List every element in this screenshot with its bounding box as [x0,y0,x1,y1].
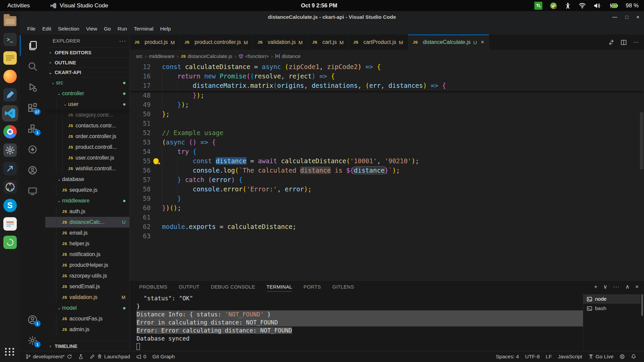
tree-file-order-controller-js[interactable]: JSorder.controller.js [45,131,129,142]
more-dots-icon[interactable]: ··· [613,284,620,290]
tree-file-user-controller-js[interactable]: JSuser.controller.js [45,153,129,163]
menu-file[interactable]: File [24,24,39,33]
terminal-output[interactable]: "status": "OK"}Distance Info: { status: … [130,293,583,351]
tree-file-contactus-contr-[interactable]: JScontactus.contr... [45,120,129,131]
terminal-session-node[interactable]: node [583,294,641,304]
statusbar-smiley[interactable] [616,354,628,359]
menu-run[interactable]: Run [114,24,130,33]
split-editor-icon[interactable] [621,39,627,46]
panel-scrollbar[interactable] [641,293,644,351]
dock-item-firefox[interactable] [2,69,18,84]
code-editor[interactable]: 12const calculateDistance = async (zipCo… [130,62,644,280]
breadcrumb-distancecalculate-js[interactable]: JSdistanceCalculate.js [181,53,232,59]
panel-tab-gitlens[interactable]: GITLENS [332,281,354,293]
dock-item-software-store[interactable] [2,235,18,250]
tree-file-notification-js[interactable]: JSnotification.js [45,249,129,260]
close-button[interactable]: × [636,14,639,20]
more-icon[interactable]: ··· [633,39,639,46]
tree-file-sendemail-js[interactable]: JSsendEmail.js [45,281,129,292]
tree-file-email-js[interactable]: JSemail.js [45,228,129,238]
tree-file-category-contr-[interactable]: JScategory.contr... [45,110,129,120]
statusbar-spaces-4[interactable]: Spaces: 4 [493,354,522,360]
activitybar-files[interactable] [20,35,45,56]
statusbar-bell[interactable] [628,354,639,359]
maximize-button[interactable]: □ [625,14,628,20]
statusbar-javascript[interactable]: JavaScript [555,354,585,360]
tree-folder-middleware[interactable]: ⌄middleware [45,195,129,206]
breadcrumb-middleware[interactable]: middleware [149,53,175,59]
tree-file-distancecalc-[interactable]: JSdistanceCalc...U [45,217,129,228]
activitybar-account[interactable]: 1 [20,309,45,330]
tab-product-controller-js[interactable]: JSproduct.controller.jsM [180,35,253,50]
editor-scrollbar[interactable] [639,62,644,280]
tree-file-wishlist-controll-[interactable]: JSwishlist.controll... [45,163,129,174]
tab-cart-js[interactable]: JScart.jsM [308,35,348,50]
lightbulb-icon[interactable] [153,158,159,164]
diff-icon[interactable] [608,39,614,46]
dock-item-chrome[interactable] [2,124,18,139]
panel-tab-output[interactable]: OUTPUT [179,281,200,293]
focused-app-indicator[interactable]: Visual Studio Code [50,2,108,9]
activitybar-boxes[interactable]: 1 [20,118,45,139]
tree-folder-controller[interactable]: ⌄controller [45,88,129,99]
dock-item-mail-compose[interactable] [2,87,18,103]
dock-item-file-manager[interactable] [2,13,18,29]
dock-item-skype[interactable]: S [2,198,18,213]
tree-folder-model[interactable]: ⌄model [45,303,129,313]
breadcrumb--function-[interactable]: <function> [238,53,269,59]
clock[interactable]: Oct 9 2:56 PM [301,0,337,11]
menu-view[interactable]: View [83,24,100,33]
tree-file-validation-js[interactable]: JSvalidation.jsM [45,292,129,303]
section-outline[interactable]: › OUTLINE [45,57,129,67]
menu-edit[interactable]: Edit [39,24,55,33]
window-title-bar[interactable]: distanceCalculate.js - ckart-api - Visua… [20,11,644,23]
dock-item-share-arrow[interactable] [2,161,18,176]
statusbar-0[interactable]: 0 [133,351,150,362]
section-open-editors[interactable]: › OPEN EDITORS [45,47,129,57]
tab-product-js[interactable]: JSproduct.jsM [130,35,180,50]
terminal-session-bash[interactable]: bash [583,304,641,313]
menu-help[interactable]: Help [157,24,174,33]
panel-tab-terminal[interactable]: TERMINAL [267,281,292,293]
dock-item-terminal-app[interactable]: >_ [2,32,18,47]
tree-folder-database[interactable]: ⌄database [45,174,129,185]
tree-file-helper-js[interactable]: JShelper.js [45,238,129,249]
statusbar-development-[interactable]: development* [22,351,75,362]
tab-cartProduct-js[interactable]: JScartProduct.jsM [348,35,408,50]
activitybar-run-debug[interactable] [20,77,45,98]
menu-selection[interactable]: Selection [55,24,83,33]
statusbar-utf-8[interactable]: UTF-8 [522,354,543,360]
panel-tab-ports[interactable]: PORTS [304,281,321,293]
close-icon[interactable]: × [635,284,639,290]
activitybar-settings-gear[interactable]: 1 [20,330,45,351]
dock-item-notes-app[interactable] [2,50,18,66]
statusbar-git-graph[interactable]: Git Graph [149,351,178,362]
dock-item-settings-app[interactable] [2,142,18,158]
statusbar-lf[interactable]: LF [543,354,555,360]
tab-validation-js[interactable]: JSvalidation.jsM [253,35,308,50]
activitybar-target[interactable] [20,139,45,160]
tab-distanceCalculate-js[interactable]: JSdistanceCalculate.jsU× [408,35,489,50]
statusbar-beaker[interactable] [75,351,87,362]
tree-file-producthelper-js[interactable]: JSproductHelper.js [45,260,129,270]
tree-file-razorpay-utils-js[interactable]: JSrazorpay-utils.js [45,270,129,281]
chevron-up-icon[interactable]: ∧ [626,283,630,290]
section-project-root[interactable]: ⌄ CKART-API [45,67,129,77]
menu-go[interactable]: Go [101,24,114,33]
activities-button[interactable]: Activities [0,0,37,11]
panel-tab-debug-console[interactable]: DEBUG CONSOLE [211,281,255,293]
menu-terminal[interactable]: Terminal [130,24,157,33]
plus-icon[interactable]: + [594,284,597,290]
tree-file-auth-js[interactable]: JSauth.js [45,206,129,217]
breadcrumb[interactable]: src›middleware›JSdistanceCalculate.js›<f… [130,50,644,62]
statusbar-go-live[interactable]: Go Live [585,354,616,360]
show-applications-button[interactable] [2,344,18,359]
tree-file-product-controll-[interactable]: JSproduct.controll... [45,142,129,153]
activitybar-extensions[interactable]: 17 [20,98,45,118]
statusbar-launchpad[interactable]: Launchpad [87,351,133,362]
panel-tab-problems[interactable]: PROBLEMS [139,281,167,293]
activitybar-search[interactable] [20,56,45,77]
breadcrumb-src[interactable]: src [136,53,143,59]
activitybar-live-share[interactable] [20,160,45,181]
chevron-down-icon[interactable]: ∨ [603,283,607,290]
